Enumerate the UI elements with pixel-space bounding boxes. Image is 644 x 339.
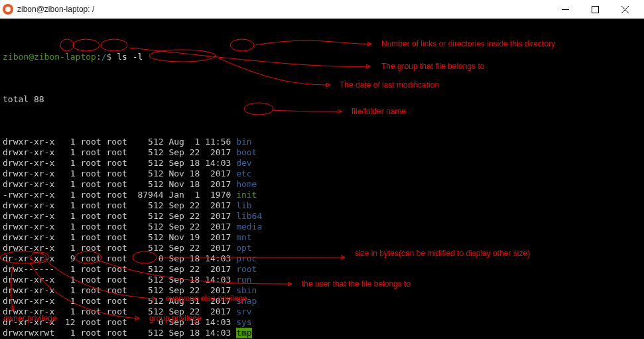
group-cell: root: [107, 275, 133, 285]
filename-cell: sys: [236, 317, 251, 328]
owner-cell: root: [80, 285, 106, 296]
terminal[interactable]: zibon@zibon-laptop:/$ ls -l total 88 drw…: [0, 19, 644, 339]
group-cell: root: [107, 179, 133, 190]
window-titlebar: zibon@zibon-laptop: /: [0, 0, 644, 19]
group-cell: root: [107, 137, 133, 147]
filename-cell: mnt: [236, 232, 251, 243]
owner-cell: root: [80, 200, 106, 211]
file-listing: drwxr-xr-x1 rootroot512 Aug 1 11:56bindr…: [3, 137, 641, 339]
date-cell: Sep 22 2017: [168, 200, 236, 211]
group-cell: root: [107, 200, 133, 211]
group-cell: root: [107, 296, 133, 306]
owner-cell: root: [80, 179, 106, 190]
filename-cell: init: [236, 190, 257, 200]
perm-cell: -rwxr-xr-x: [3, 190, 60, 200]
svg-point-9: [244, 103, 273, 115]
size-cell: 512: [133, 169, 164, 179]
group-cell: root: [107, 190, 133, 200]
date-cell: Aug 31 2017: [168, 296, 236, 306]
size-cell: 87944: [133, 190, 164, 200]
date-cell: Sep 18 14:03: [168, 317, 236, 328]
table-row: drwxr-xr-x1 rootroot512 Nov 18 2017home: [3, 179, 641, 190]
table-row: drwxr-xr-x1 rootroot512 Aug 1 11:56bin: [3, 137, 641, 147]
links-cell: 1: [60, 328, 75, 338]
annot-links: Number of links or directories inside th…: [381, 39, 555, 48]
close-button[interactable]: [610, 0, 640, 19]
filename-cell: run: [236, 275, 251, 285]
links-cell: 12: [60, 317, 75, 328]
perm-cell: drwxr-xr-x: [3, 200, 60, 211]
total-line: total 88: [3, 94, 641, 105]
filename-cell: lib64: [236, 211, 262, 222]
filename-cell: home: [236, 179, 257, 190]
filename-cell: srv: [236, 306, 251, 317]
date-cell: Sep 22 2017: [168, 243, 236, 253]
owner-cell: root: [80, 137, 106, 147]
owner-cell: root: [80, 190, 106, 200]
perm-cell: drwxr-xr-x: [3, 179, 60, 190]
filename-cell: bin: [236, 137, 251, 147]
links-cell: 1: [60, 147, 75, 158]
group-cell: root: [107, 222, 133, 232]
date-cell: Sep 18 14:03: [168, 158, 236, 169]
owner-cell: root: [80, 243, 106, 253]
table-row: drwx------1 rootroot512 Sep 22 2017root: [3, 264, 641, 275]
filename-cell: snap: [236, 296, 257, 306]
owner-cell: root: [80, 169, 106, 179]
links-cell: 1: [60, 264, 75, 275]
prompt-line: zibon@zibon-laptop:/$ ls -l: [3, 52, 641, 62]
links-cell: 1: [60, 200, 75, 211]
annot-date: The date of last modification: [340, 80, 439, 90]
links-cell: 1: [60, 285, 75, 296]
owner-cell: root: [80, 253, 106, 264]
date-cell: Sep 18 14:03: [168, 253, 236, 264]
table-row: drwxrwxrwt1 rootroot512 Sep 18 14:03tmp: [3, 328, 641, 338]
filename-cell: lib: [236, 200, 251, 211]
owner-cell: root: [80, 147, 106, 158]
group-cell: root: [107, 317, 133, 328]
links-cell: 1: [60, 137, 75, 147]
table-row: drwxr-xr-x1 rootroot512 Nov 18 2017etc: [3, 169, 641, 179]
owner-cell: root: [80, 222, 106, 232]
annot-group: The group that file belongs to: [381, 62, 485, 71]
group-cell: root: [107, 147, 133, 158]
date-cell: Sep 18 14:03: [168, 275, 236, 285]
maximize-button[interactable]: [580, 0, 610, 19]
perm-cell: drwxr-xr-x: [3, 296, 60, 306]
perm-cell: drwxr-xr-x: [3, 211, 60, 222]
perm-cell: drwxr-xr-x: [3, 137, 60, 147]
group-cell: root: [107, 232, 133, 243]
svg-point-5: [73, 39, 99, 51]
size-cell: 0: [133, 317, 164, 328]
filename-cell: proc: [236, 253, 257, 264]
perm-cell: dr-xr-xr-x: [3, 253, 60, 264]
svg-point-4: [60, 39, 74, 51]
table-row: drwxr-xr-x1 rootroot512 Sep 22 2017sbin: [3, 285, 641, 296]
size-cell: 512: [133, 222, 164, 232]
perm-cell: drwxr-xr-x: [3, 158, 60, 169]
links-cell: 1: [60, 169, 75, 179]
table-row: drwxr-xr-x1 rootroot512 Sep 22 2017lib64: [3, 211, 641, 222]
size-cell: 512: [133, 179, 164, 190]
owner-cell: root: [80, 306, 106, 317]
owner-cell: root: [80, 328, 106, 338]
size-cell: 512: [133, 137, 164, 147]
filename-cell: boot: [236, 147, 257, 158]
owner-cell: root: [80, 158, 106, 169]
group-cell: root: [107, 169, 133, 179]
links-cell: 9: [60, 253, 75, 264]
links-cell: 1: [60, 232, 75, 243]
date-cell: Sep 18 14:03: [168, 328, 236, 338]
date-cell: Nov 18 2017: [168, 179, 236, 190]
size-cell: 512: [133, 296, 164, 306]
table-row: drwxr-xr-x1 rootroot512 Sep 22 2017boot: [3, 147, 641, 158]
perm-cell: dr-xr-xr-x: [3, 317, 60, 328]
perm-cell: drwxr-xr-x: [3, 275, 60, 285]
size-cell: 512: [133, 232, 164, 243]
table-row: drwxr-xr-x1 rootroot512 Sep 18 14:03dev: [3, 158, 641, 169]
date-cell: Sep 22 2017: [168, 264, 236, 275]
perm-cell: drwxr-xr-x: [3, 147, 60, 158]
minimize-button[interactable]: [550, 0, 580, 19]
owner-cell: root: [80, 211, 106, 222]
filename-cell: dev: [236, 158, 251, 169]
